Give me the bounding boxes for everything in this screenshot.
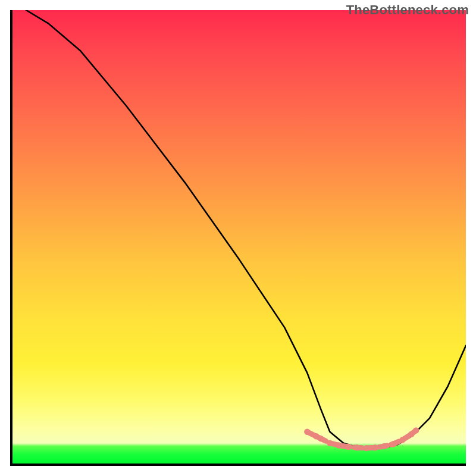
optimal-range-dot [372, 444, 378, 450]
optimal-range-dot [318, 436, 324, 441]
optimal-range-dot [390, 441, 396, 447]
optimal-range-dot [354, 444, 360, 450]
watermark-text: TheBottleneck.com [346, 2, 469, 18]
chart-svg [12, 10, 466, 464]
chart-stage: TheBottleneck.com [0, 0, 476, 476]
optimal-range-dot [381, 443, 387, 449]
optimal-range-markers [304, 427, 419, 451]
plot-area [10, 10, 466, 466]
optimal-range-dot [363, 445, 369, 451]
optimal-range-dot [304, 429, 310, 435]
optimal-range-dot [399, 437, 405, 443]
optimal-range-dot [336, 442, 342, 448]
optimal-range-dot [413, 427, 419, 433]
optimal-range-dot [327, 440, 333, 446]
bottleneck-curve [26, 10, 466, 448]
optimal-range-dot [345, 444, 351, 450]
